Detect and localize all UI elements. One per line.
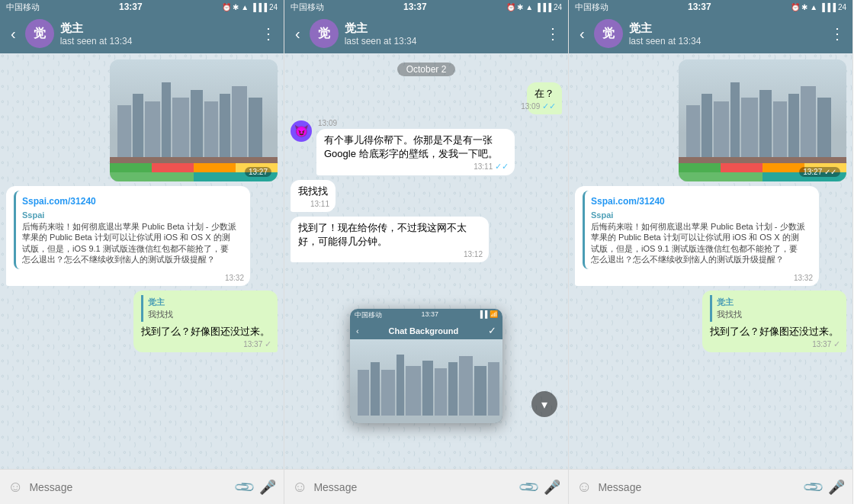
last-seen-left: last seen at 13:34 — [60, 36, 255, 47]
link-desc2-left: 苹果的 Public Beta 计划可以让你试用 iOS 和 OS X 的测试版… — [22, 232, 236, 265]
reply-bubble-right: 觉主 我找找 找到了么？好像图还没过来。 13:37 ✓ — [702, 291, 846, 352]
svg-rect-41 — [679, 157, 846, 163]
bubble-wozhaozha: 我找找 13:11 — [291, 180, 336, 212]
ts-wozhaozha: 13:11 — [310, 199, 329, 210]
link-bubble-right: Sspai.com/31240 Sspai 后悔药来啦！如何彻底退出苹果 Pub… — [575, 186, 819, 286]
svg-rect-31 — [686, 105, 700, 159]
svg-rect-12 — [110, 163, 152, 172]
more-button-mid[interactable]: ⋮ — [545, 24, 560, 43]
time-left: 13:37 — [119, 2, 143, 12]
ph-header: ‹ Chat Background ✓ — [350, 322, 502, 339]
header-info-left: 觉主 last seen at 13:34 — [60, 21, 255, 47]
message-input-mid[interactable] — [313, 481, 515, 493]
svg-rect-4 — [162, 82, 171, 159]
svg-rect-11 — [110, 157, 278, 163]
date-label: October 2 — [397, 63, 456, 76]
time-mid: 13:37 — [403, 2, 427, 12]
mic-button-right[interactable]: 🎤 — [828, 479, 845, 496]
svg-rect-33 — [714, 101, 729, 159]
link-source-left: Sspai — [22, 210, 236, 221]
svg-rect-20 — [371, 362, 380, 416]
msg-row-image-right: 13:27 ✓✓ — [575, 59, 846, 181]
msg-found-row: 找到了！现在给你传，不过我这网不太好，可能得几分钟。 13:12 — [291, 217, 562, 262]
reply-ts-right: 13:37 ✓ — [812, 339, 840, 350]
image-ts-left: 13:27 — [245, 167, 271, 177]
image-bubble-right: 13:27 ✓✓ — [679, 59, 846, 181]
reply-bubble-left: 觉主 我找找 找到了么？好像图还没过来。 13:37 ✓ — [133, 291, 278, 352]
chat-area-mid: October 2 在？ 13:09 ✓✓ 😈 13:09 有个事儿得你帮下。你… — [284, 53, 568, 469]
svg-rect-1 — [117, 105, 131, 159]
ts-zai: 13:09 ✓✓ — [521, 101, 556, 112]
msg-wozhaozha-row: 我找找 13:11 — [291, 180, 562, 212]
emoji-button-left[interactable]: ☺ — [8, 478, 23, 496]
status-bar-mid: 中国移动 13:37 ⏰ ✱ ▲ ▐▐▐ 24 — [284, 0, 568, 14]
quoted-right: 觉主 我找找 — [710, 295, 839, 322]
ph-back[interactable]: ‹ — [356, 326, 359, 335]
svg-rect-28 — [474, 366, 486, 416]
avatar-left: 觉 — [25, 19, 54, 48]
ph-check-icon[interactable]: ✓ — [488, 325, 496, 336]
header-info-mid: 觉主 last seen at 13:34 — [345, 21, 539, 47]
link-url-right[interactable]: Sspai.com/31240 — [591, 195, 805, 208]
svg-rect-22 — [396, 355, 404, 416]
back-button-mid[interactable]: ‹ — [292, 22, 303, 46]
more-button-right[interactable]: ⋮ — [830, 24, 845, 43]
svg-rect-24 — [422, 361, 433, 416]
last-seen-mid: last seen at 13:34 — [345, 36, 539, 47]
last-seen-right: last seen at 13:34 — [629, 36, 824, 47]
link-url-left[interactable]: Sspai.com/31240 — [22, 195, 236, 208]
bubble-found: 找到了！现在给你传，不过我这网不太好，可能得几分钟。 13:12 — [291, 217, 489, 262]
svg-rect-3 — [145, 101, 160, 159]
message-input-left[interactable] — [29, 481, 230, 493]
message-input-right[interactable] — [598, 481, 799, 493]
header-info-right: 觉主 last seen at 13:34 — [629, 21, 824, 47]
mic-button-mid[interactable]: 🎤 — [544, 479, 560, 496]
svg-rect-13 — [152, 163, 194, 172]
msg-row-image-left: 13:27 — [6, 59, 278, 181]
ph-city-image — [350, 339, 502, 423]
emoji-button-right[interactable]: ☺ — [576, 478, 592, 496]
svg-rect-14 — [194, 163, 236, 172]
panel-right: 中国移动 13:37 ⏰ ✱ ▲ ▐▐▐ 24 ‹ 觉 觉主 last seen… — [569, 0, 853, 504]
link-ts-left: 13:32 — [225, 273, 244, 284]
svg-rect-7 — [204, 101, 218, 159]
chat-background-title: Chat Background — [362, 326, 485, 335]
icons-mid: ⏰ ✱ ▲ ▐▐▐ 24 — [506, 3, 562, 11]
image-bubble-left: 13:27 — [110, 59, 278, 181]
msg-devil-ts1: 13:09 — [316, 119, 515, 127]
svg-rect-42 — [679, 163, 721, 172]
contact-name-right: 觉主 — [629, 21, 824, 36]
svg-rect-43 — [721, 163, 762, 172]
link-card-right: Sspai.com/31240 Sspai 后悔药来啦！如何彻底退出苹果 Pub… — [583, 191, 811, 269]
link-card-left: Sspai.com/31240 Sspai 后悔药来啦！如何彻底退出苹果 Pub… — [14, 191, 242, 269]
link-desc1-right: 后悔药来啦！如何彻底退出苹果 Public Beta 计划 - 少数派 — [591, 221, 805, 232]
svg-rect-32 — [702, 94, 712, 159]
svg-rect-34 — [730, 82, 740, 159]
devil-avatar: 😈 — [291, 120, 312, 142]
link-bubble-left: Sspai.com/31240 Sspai 后悔药来啦！如何彻底退出苹果 Pub… — [6, 186, 250, 286]
image-ts-right: 13:27 ✓✓ — [799, 167, 840, 177]
svg-rect-10 — [249, 98, 262, 159]
panel-left: 中国移动 13:37 ⏰ ✱ ▲ ▐▐▐ 24 ‹ 觉 觉主 last seen… — [0, 0, 284, 504]
msg-row-link-left: Sspai.com/31240 Sspai 后悔药来啦！如何彻底退出苹果 Pub… — [6, 186, 278, 286]
msg-row-link-right: Sspai.com/31240 Sspai 后悔药来啦！如何彻底退出苹果 Pub… — [575, 186, 846, 286]
back-button-left[interactable]: ‹ — [8, 22, 19, 46]
svg-rect-16 — [110, 172, 194, 181]
mic-button-left[interactable]: 🎤 — [259, 479, 276, 496]
attach-button-mid[interactable]: 📎 — [517, 475, 541, 499]
quoted-left: 觉主 我找找 — [141, 295, 270, 322]
svg-rect-21 — [381, 370, 395, 416]
attach-button-right[interactable]: 📎 — [801, 475, 825, 499]
emoji-button-mid[interactable]: ☺ — [292, 478, 307, 496]
svg-rect-23 — [406, 366, 421, 416]
reply-ts-left: 13:37 ✓ — [243, 339, 271, 350]
more-button-left[interactable]: ⋮ — [261, 24, 276, 43]
time-right: 13:37 — [688, 2, 711, 12]
attach-button-left[interactable]: 📎 — [233, 475, 256, 499]
back-button-right[interactable]: ‹ — [576, 22, 588, 46]
icons-right: ⏰ ✱ ▲ ▐▐▐ 24 — [791, 3, 846, 11]
svg-rect-9 — [232, 86, 247, 159]
scroll-down-button[interactable]: ▾ — [531, 391, 557, 417]
msg-row-reply-right: 觉主 我找找 找到了么？好像图还没过来。 13:37 ✓ — [575, 291, 846, 352]
carrier-right: 中国移动 — [575, 2, 608, 13]
